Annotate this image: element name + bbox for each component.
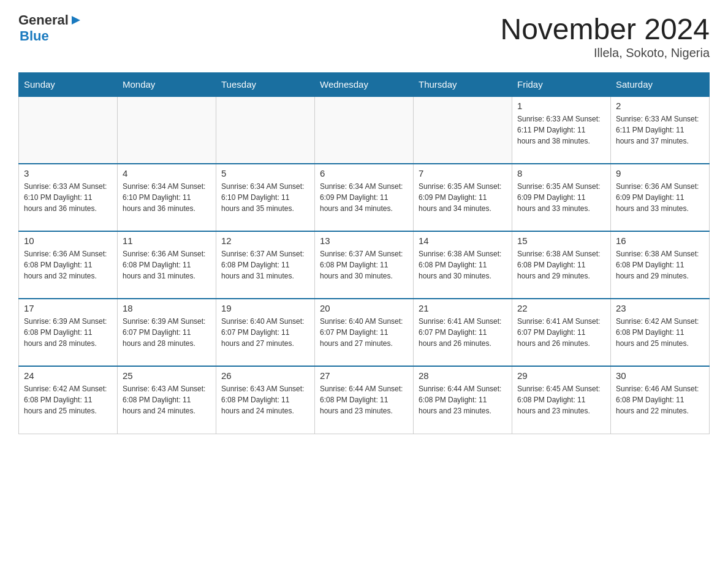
page-header: General Blue November 2024 Illela, Sokot… bbox=[18, 12, 710, 60]
title-area: November 2024 Illela, Sokoto, Nigeria bbox=[500, 12, 710, 60]
calendar-cell: 1Sunrise: 6:33 AM Sunset: 6:11 PM Daylig… bbox=[512, 96, 611, 164]
day-number: 4 bbox=[123, 168, 211, 178]
calendar-cell: 15Sunrise: 6:38 AM Sunset: 6:08 PM Dayli… bbox=[512, 231, 611, 299]
calendar-cell: 23Sunrise: 6:42 AM Sunset: 6:08 PM Dayli… bbox=[611, 299, 710, 366]
day-number: 3 bbox=[24, 168, 112, 178]
day-info: Sunrise: 6:33 AM Sunset: 6:10 PM Dayligh… bbox=[24, 181, 112, 214]
day-number: 8 bbox=[517, 168, 605, 178]
calendar-cell: 12Sunrise: 6:37 AM Sunset: 6:08 PM Dayli… bbox=[216, 231, 315, 299]
day-info: Sunrise: 6:37 AM Sunset: 6:08 PM Dayligh… bbox=[320, 248, 408, 282]
logo-blue-text: Blue bbox=[20, 28, 49, 44]
day-number: 20 bbox=[320, 303, 408, 313]
calendar-subtitle: Illela, Sokoto, Nigeria bbox=[500, 46, 710, 60]
day-info: Sunrise: 6:41 AM Sunset: 6:07 PM Dayligh… bbox=[419, 316, 507, 349]
calendar-cell: 3Sunrise: 6:33 AM Sunset: 6:10 PM Daylig… bbox=[19, 164, 118, 231]
calendar-cell: 19Sunrise: 6:40 AM Sunset: 6:07 PM Dayli… bbox=[216, 299, 315, 366]
day-number: 12 bbox=[221, 236, 309, 246]
weekday-header-monday: Monday bbox=[118, 73, 216, 97]
calendar-cell: 26Sunrise: 6:43 AM Sunset: 6:08 PM Dayli… bbox=[216, 366, 315, 434]
calendar-cell: 27Sunrise: 6:44 AM Sunset: 6:08 PM Dayli… bbox=[315, 366, 414, 434]
day-info: Sunrise: 6:36 AM Sunset: 6:08 PM Dayligh… bbox=[123, 248, 211, 282]
day-info: Sunrise: 6:43 AM Sunset: 6:08 PM Dayligh… bbox=[221, 383, 309, 416]
day-info: Sunrise: 6:42 AM Sunset: 6:08 PM Dayligh… bbox=[24, 383, 112, 416]
calendar-cell: 22Sunrise: 6:41 AM Sunset: 6:07 PM Dayli… bbox=[512, 299, 611, 366]
calendar-cell bbox=[315, 96, 414, 164]
calendar-cell: 17Sunrise: 6:39 AM Sunset: 6:08 PM Dayli… bbox=[19, 299, 118, 366]
calendar-cell bbox=[118, 96, 216, 164]
weekday-header-tuesday: Tuesday bbox=[216, 73, 315, 97]
day-number: 22 bbox=[517, 303, 605, 313]
day-info: Sunrise: 6:35 AM Sunset: 6:09 PM Dayligh… bbox=[517, 181, 605, 214]
week-row-4: 17Sunrise: 6:39 AM Sunset: 6:08 PM Dayli… bbox=[19, 299, 710, 366]
calendar-cell: 18Sunrise: 6:39 AM Sunset: 6:07 PM Dayli… bbox=[118, 299, 216, 366]
day-info: Sunrise: 6:41 AM Sunset: 6:07 PM Dayligh… bbox=[517, 316, 605, 349]
day-number: 30 bbox=[616, 370, 704, 381]
calendar-cell bbox=[216, 96, 315, 164]
calendar-cell: 20Sunrise: 6:40 AM Sunset: 6:07 PM Dayli… bbox=[315, 299, 414, 366]
day-number: 23 bbox=[616, 303, 704, 313]
day-info: Sunrise: 6:39 AM Sunset: 6:08 PM Dayligh… bbox=[24, 316, 112, 349]
day-info: Sunrise: 6:45 AM Sunset: 6:08 PM Dayligh… bbox=[517, 383, 605, 416]
day-info: Sunrise: 6:38 AM Sunset: 6:08 PM Dayligh… bbox=[419, 248, 507, 282]
calendar-table: SundayMondayTuesdayWednesdayThursdayFrid… bbox=[18, 72, 710, 434]
day-number: 15 bbox=[517, 236, 605, 246]
day-number: 11 bbox=[123, 236, 211, 246]
weekday-header-row: SundayMondayTuesdayWednesdayThursdayFrid… bbox=[19, 73, 710, 97]
weekday-header-thursday: Thursday bbox=[414, 73, 512, 97]
day-number: 29 bbox=[517, 370, 605, 381]
day-number: 24 bbox=[24, 370, 112, 381]
day-info: Sunrise: 6:42 AM Sunset: 6:08 PM Dayligh… bbox=[616, 316, 704, 349]
calendar-cell: 11Sunrise: 6:36 AM Sunset: 6:08 PM Dayli… bbox=[118, 231, 216, 299]
calendar-cell: 5Sunrise: 6:34 AM Sunset: 6:10 PM Daylig… bbox=[216, 164, 315, 231]
calendar-cell: 16Sunrise: 6:38 AM Sunset: 6:08 PM Dayli… bbox=[611, 231, 710, 299]
day-info: Sunrise: 6:38 AM Sunset: 6:08 PM Dayligh… bbox=[616, 248, 704, 282]
calendar-cell: 25Sunrise: 6:43 AM Sunset: 6:08 PM Dayli… bbox=[118, 366, 216, 434]
day-number: 7 bbox=[419, 168, 507, 178]
day-info: Sunrise: 6:46 AM Sunset: 6:08 PM Dayligh… bbox=[616, 383, 704, 416]
day-info: Sunrise: 6:34 AM Sunset: 6:09 PM Dayligh… bbox=[320, 181, 408, 214]
week-row-3: 10Sunrise: 6:36 AM Sunset: 6:08 PM Dayli… bbox=[19, 231, 710, 299]
day-number: 16 bbox=[616, 236, 704, 246]
day-info: Sunrise: 6:35 AM Sunset: 6:09 PM Dayligh… bbox=[419, 181, 507, 214]
day-number: 6 bbox=[320, 168, 408, 178]
weekday-header-friday: Friday bbox=[512, 73, 611, 97]
calendar-cell bbox=[19, 96, 118, 164]
calendar-cell: 10Sunrise: 6:36 AM Sunset: 6:08 PM Dayli… bbox=[19, 231, 118, 299]
day-number: 17 bbox=[24, 303, 112, 313]
calendar-cell: 8Sunrise: 6:35 AM Sunset: 6:09 PM Daylig… bbox=[512, 164, 611, 231]
week-row-5: 24Sunrise: 6:42 AM Sunset: 6:08 PM Dayli… bbox=[19, 366, 710, 434]
day-number: 5 bbox=[221, 168, 309, 178]
day-number: 13 bbox=[320, 236, 408, 246]
day-info: Sunrise: 6:33 AM Sunset: 6:11 PM Dayligh… bbox=[616, 113, 704, 147]
day-number: 25 bbox=[123, 370, 211, 381]
week-row-1: 1Sunrise: 6:33 AM Sunset: 6:11 PM Daylig… bbox=[19, 96, 710, 164]
calendar-cell: 4Sunrise: 6:34 AM Sunset: 6:10 PM Daylig… bbox=[118, 164, 216, 231]
weekday-header-sunday: Sunday bbox=[19, 73, 118, 97]
day-number: 21 bbox=[419, 303, 507, 313]
day-number: 1 bbox=[517, 101, 605, 111]
day-number: 10 bbox=[24, 236, 112, 246]
logo-general-text: General bbox=[18, 12, 69, 28]
day-info: Sunrise: 6:36 AM Sunset: 6:09 PM Dayligh… bbox=[616, 181, 704, 214]
logo: General Blue bbox=[18, 12, 83, 44]
logo-arrow-icon bbox=[69, 13, 83, 27]
day-info: Sunrise: 6:44 AM Sunset: 6:08 PM Dayligh… bbox=[320, 383, 408, 416]
calendar-cell: 29Sunrise: 6:45 AM Sunset: 6:08 PM Dayli… bbox=[512, 366, 611, 434]
calendar-cell: 13Sunrise: 6:37 AM Sunset: 6:08 PM Dayli… bbox=[315, 231, 414, 299]
weekday-header-saturday: Saturday bbox=[611, 73, 710, 97]
day-info: Sunrise: 6:33 AM Sunset: 6:11 PM Dayligh… bbox=[517, 113, 605, 147]
calendar-cell: 2Sunrise: 6:33 AM Sunset: 6:11 PM Daylig… bbox=[611, 96, 710, 164]
day-number: 19 bbox=[221, 303, 309, 313]
day-number: 18 bbox=[123, 303, 211, 313]
day-info: Sunrise: 6:38 AM Sunset: 6:08 PM Dayligh… bbox=[517, 248, 605, 282]
day-number: 9 bbox=[616, 168, 704, 178]
week-row-2: 3Sunrise: 6:33 AM Sunset: 6:10 PM Daylig… bbox=[19, 164, 710, 231]
day-info: Sunrise: 6:44 AM Sunset: 6:08 PM Dayligh… bbox=[419, 383, 507, 416]
day-number: 26 bbox=[221, 370, 309, 381]
calendar-cell: 21Sunrise: 6:41 AM Sunset: 6:07 PM Dayli… bbox=[414, 299, 512, 366]
weekday-header-wednesday: Wednesday bbox=[315, 73, 414, 97]
day-info: Sunrise: 6:39 AM Sunset: 6:07 PM Dayligh… bbox=[123, 316, 211, 349]
day-number: 14 bbox=[419, 236, 507, 246]
day-info: Sunrise: 6:36 AM Sunset: 6:08 PM Dayligh… bbox=[24, 248, 112, 282]
day-number: 2 bbox=[616, 101, 704, 111]
